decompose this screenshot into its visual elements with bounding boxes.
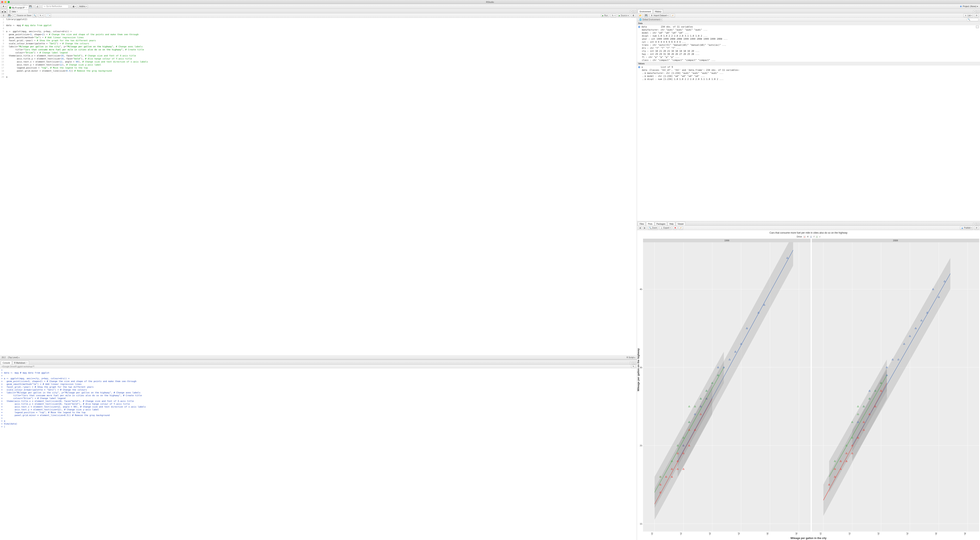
close-window-button[interactable] <box>1 1 3 3</box>
outline-toggle-button[interactable]: ≣ <box>631 14 636 18</box>
plot-panel-1999 <box>643 242 810 532</box>
maximize-pane-button[interactable]: ▢ <box>976 10 979 13</box>
console-tab[interactable]: Console <box>1 361 12 365</box>
nav-fwd-button[interactable]: ▶ <box>4 10 7 13</box>
source-toolbar: ☰ 💾▾ Source on Save 🔍 ✎▾ 📄▾ ▶Run ↻▾ ▶Sou… <box>0 13 637 18</box>
maximize-pane-button[interactable]: ▢ <box>976 223 979 226</box>
popup-icon[interactable]: ⇱ <box>33 365 35 368</box>
console-tab[interactable]: R Markdown× <box>12 361 29 365</box>
search-icon: 🔍 <box>33 14 36 17</box>
svg-line-15 <box>655 368 724 492</box>
source-on-save-toggle[interactable]: Source on Save <box>14 14 31 17</box>
export-icon: ⤓ <box>660 227 663 229</box>
rerun-button[interactable]: ↻▾ <box>611 14 616 18</box>
expand-icon[interactable]: ▾ <box>638 26 640 28</box>
env-field-row: cyl : int 4 4 4 4 6 6 6 4 4 4 ... <box>637 40 980 43</box>
env-tab[interactable]: Environment <box>638 9 653 13</box>
x-tick-label: 35- <box>795 532 797 535</box>
project-selector[interactable]: ⬢Project: (None)▾ <box>960 5 978 8</box>
refresh-icon: ⟳ <box>975 227 978 229</box>
env-field-row: ..$ model : chr [1:234] "a4" "a4" "a4" "… <box>637 75 980 78</box>
source-tab[interactable]: My R-script.R*× <box>7 5 29 9</box>
minimize-pane-button[interactable]: ━ <box>630 10 633 13</box>
new-file-button[interactable]: ✚▾ <box>1 5 7 8</box>
show-outline-button[interactable]: ☰ <box>1 14 6 18</box>
file-type-label[interactable]: R Script ▾ <box>627 356 635 358</box>
prev-plot-button[interactable]: ◀ <box>638 226 642 229</box>
goto-icon: ↪ <box>43 5 46 8</box>
environment-list[interactable]: Data▾data234 obs. of 11 variablesmanufac… <box>637 21 980 221</box>
source-button[interactable]: ▶Source▾ <box>617 14 630 17</box>
print-button[interactable]: 🖨 <box>35 5 40 8</box>
list-view-button[interactable]: ≡List▾ <box>963 14 973 18</box>
import-dataset-button[interactable]: ⬇Import Dataset▾ <box>649 14 669 18</box>
wand-button[interactable]: ✎▾ <box>38 14 44 18</box>
env-field-row: hwy : int 29 29 31 30 26 26 27 26 25 28 … <box>637 53 980 56</box>
plots-tab[interactable]: Help <box>668 221 675 226</box>
save-source-button[interactable]: 💾▾ <box>7 14 13 18</box>
plots-tabs: FilesPlotsPackagesHelpViewer ━ ▢ <box>637 221 980 226</box>
minimize-window-button[interactable] <box>5 1 6 3</box>
plot-panel-2008 <box>812 242 979 532</box>
x-tick-label: 15- <box>680 532 682 535</box>
export-button[interactable]: ⤓Export▾ <box>659 226 672 230</box>
close-tab-icon[interactable]: × <box>26 362 27 364</box>
plots-tab[interactable]: Plots <box>646 221 654 226</box>
nav-back-button[interactable]: ◀ <box>1 10 4 13</box>
remove-plot-button[interactable]: ✖ <box>673 226 678 230</box>
publish-button[interactable]: ◒Publish▾ <box>960 226 973 230</box>
play-icon: ▶ <box>602 14 604 17</box>
zoom-button[interactable]: 🔍Zoom <box>648 226 658 230</box>
clear-plots-button[interactable]: ✐ <box>679 226 683 230</box>
addins-button[interactable]: Addins▾ <box>78 5 88 8</box>
next-plot-button[interactable]: ▶ <box>643 226 647 229</box>
env-object-row[interactable]: ▾aList of 9 <box>637 65 980 68</box>
maximize-pane-button[interactable]: ▢ <box>633 10 636 13</box>
grid-view-button[interactable]: ▦▾ <box>71 5 77 8</box>
goto-file-input[interactable]: ↪Go to file/function <box>42 5 68 8</box>
plots-tab[interactable]: Packages <box>655 221 667 226</box>
save-all-button[interactable]: 💾 <box>28 5 33 8</box>
environment-scope-bar: 🌐Global Environment▾ 🔍 <box>637 18 980 21</box>
minimize-pane-button[interactable]: ━ <box>630 362 633 365</box>
view-data-icon[interactable] <box>976 25 979 28</box>
minimize-pane-button[interactable]: ━ <box>973 223 976 226</box>
plots-tab[interactable]: Files <box>638 221 646 226</box>
save-all-icon: 💾 <box>29 5 32 8</box>
find-button[interactable]: 🔍 <box>33 14 37 18</box>
save-workspace-button[interactable]: 💾 <box>644 14 648 18</box>
scope-selector[interactable]: 🌐Global Environment▾ <box>638 18 662 21</box>
clear-workspace-button[interactable]: ✐ <box>670 14 675 18</box>
zoom-window-button[interactable] <box>8 1 10 3</box>
broom-icon: ✎ <box>632 365 635 368</box>
scope-label[interactable]: (Top Level) ▾ <box>8 356 19 358</box>
source-pane: ◀ ▶ My R-script.R*×data× ━ ▢ ☰ 💾▾ Source… <box>0 9 637 359</box>
minimize-pane-button[interactable]: ━ <box>973 10 976 13</box>
load-workspace-button[interactable]: 📂 <box>638 14 643 18</box>
checkbox-icon <box>14 14 16 17</box>
compile-report-button[interactable]: 📄▾ <box>45 14 51 18</box>
env-field-row: displ : num 1.8 1.8 2 2 2.8 2.8 3.1 1.8 … <box>637 34 980 37</box>
x-tick-label: 10- <box>651 532 653 535</box>
env-tab[interactable]: History <box>653 9 663 13</box>
console-path-bar: ~/Google Drive/R ggplot workshop/⇱ ✎ <box>0 365 637 368</box>
env-object-row[interactable]: ▾data234 obs. of 11 variables <box>637 25 980 28</box>
refresh-plot-button[interactable]: ⟳ <box>974 226 979 230</box>
env-search-input[interactable]: 🔍 <box>967 18 979 21</box>
expand-icon[interactable]: ▾ <box>638 66 640 68</box>
env-section-values: Values <box>637 62 980 65</box>
maximize-pane-button[interactable]: ▢ <box>633 362 636 365</box>
working-dir-label: ~/Google Drive/R ggplot workshop/ <box>1 365 33 368</box>
wand-icon: ✎ <box>39 14 41 17</box>
code-editor[interactable]: 1234567891011121314151617181920 library(… <box>0 18 637 355</box>
facet-header-2008: 2008 <box>812 239 979 242</box>
source-tab[interactable]: data× <box>7 9 29 13</box>
clear-console-button[interactable]: ✎ <box>631 365 636 368</box>
run-button[interactable]: ▶Run <box>601 14 609 17</box>
console-output[interactable]: > > data <- mpg # mpg data from ggplot >… <box>0 368 637 540</box>
plots-tab[interactable]: Viewer <box>676 221 686 226</box>
refresh-env-button[interactable]: ⟳ <box>974 14 979 18</box>
refresh-icon: ⟳ <box>975 14 978 17</box>
close-tab-icon[interactable]: × <box>25 7 27 9</box>
close-tab-icon[interactable]: × <box>17 11 18 13</box>
